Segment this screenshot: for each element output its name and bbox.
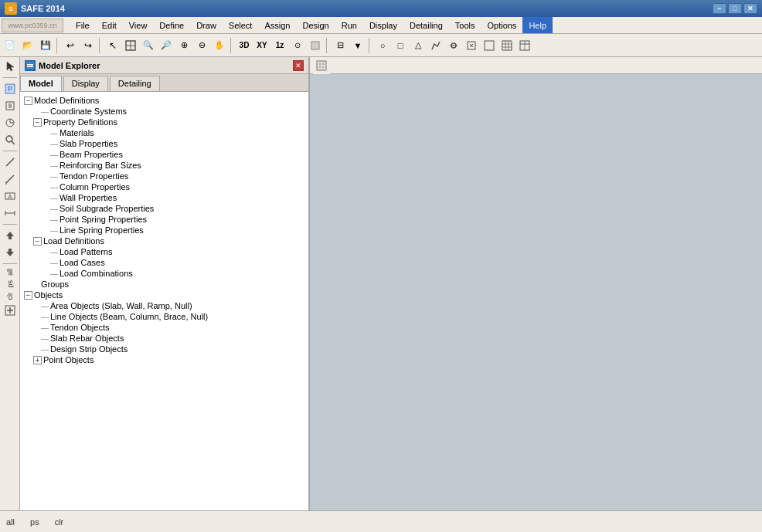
tree-item-area-objects[interactable]: —Area Objects (Slab, Wall, Ramp, Null) — [20, 300, 308, 311]
menu-item-view[interactable]: View — [123, 17, 154, 33]
lt-down[interactable] — [2, 245, 18, 260]
tb-new[interactable]: 📄 — [2, 37, 19, 54]
tb-zoom-out[interactable]: 🔎 — [158, 37, 175, 54]
menu-item-help[interactable]: Help — [522, 17, 553, 33]
maximize-button[interactable]: □ — [728, 3, 742, 14]
tb-polyline[interactable] — [427, 37, 444, 54]
tree-item-groups[interactable]: Groups — [20, 279, 308, 290]
tree-item-soil-subgrade[interactable]: —Soil Subgrade Properties — [20, 203, 308, 214]
tab-model[interactable]: Model — [20, 76, 62, 91]
tb-grid[interactable] — [498, 37, 515, 54]
lt-up[interactable] — [2, 228, 18, 243]
lt-label-ps: ps — [6, 279, 14, 290]
menu-item-select[interactable]: Select — [223, 17, 259, 33]
tb-table[interactable] — [516, 37, 533, 54]
tb-xz[interactable]: 1z — [271, 37, 288, 54]
tree-item-line-spring[interactable]: —Line Spring Properties — [20, 225, 308, 236]
tb-arrow[interactable] — [481, 37, 498, 54]
lt-ruler[interactable] — [2, 171, 18, 187]
lt-properties[interactable]: P — [2, 81, 18, 97]
menu-item-options[interactable]: Options — [481, 17, 522, 33]
tree-item-wall-props[interactable]: —Wall Properties — [20, 192, 308, 203]
tree-expander-objects[interactable]: − — [23, 290, 32, 300]
tree-expander-prop-defs[interactable]: − — [32, 117, 42, 127]
tree-expander-point-objects[interactable]: + — [32, 355, 42, 364]
tb-open[interactable]: 📂 — [19, 37, 36, 54]
menu-item-detailing[interactable]: Detailing — [403, 17, 449, 33]
tab-display[interactable]: Display — [63, 76, 108, 91]
tab-detailing[interactable]: Detailing — [110, 76, 160, 91]
menu-item-edit[interactable]: Edit — [96, 17, 123, 33]
tree-item-coord-sys[interactable]: —Coordinate Systems — [20, 106, 308, 117]
tb-refresh[interactable] — [307, 37, 324, 54]
lt-label[interactable]: A — [2, 188, 18, 204]
tree-label-objects: Objects — [34, 290, 63, 300]
lt-plus[interactable] — [2, 303, 18, 318]
tree-item-point-objects[interactable]: + Point Objects — [20, 354, 308, 365]
menu-item-run[interactable]: Run — [335, 17, 363, 33]
panel-close-button[interactable]: ✕ — [293, 60, 304, 71]
tb-rect-draw[interactable]: □ — [392, 37, 409, 54]
tb-triangle[interactable]: △ — [410, 37, 427, 54]
menu-item-display[interactable]: Display — [363, 17, 403, 33]
tb-move[interactable]: ⊟ — [332, 37, 349, 54]
tb-3d[interactable]: 3D — [236, 37, 253, 54]
tree-item-model-defs[interactable]: − Model Definitions — [20, 95, 308, 106]
lt-info[interactable] — [2, 98, 18, 114]
tb-zoom-prev[interactable]: ⊖ — [193, 37, 210, 54]
tree-item-column-props[interactable]: —Column Properties — [20, 181, 308, 192]
tree-label-groups: Groups — [41, 280, 69, 289]
tree-line-design-strip: — — [41, 345, 49, 354]
lt-measure[interactable] — [2, 115, 18, 130]
tb-node[interactable] — [445, 37, 462, 54]
tree-item-load-cases[interactable]: —Load Cases — [20, 257, 308, 268]
tree-item-tendon-objects[interactable]: —Tendon Objects — [20, 322, 308, 333]
menu-item-file[interactable]: File — [70, 17, 96, 33]
tree-item-point-spring[interactable]: —Point Spring Properties — [20, 214, 308, 225]
tree-expander-model-defs[interactable]: − — [23, 96, 32, 105]
menu-item-define[interactable]: Define — [153, 17, 190, 33]
tree-expander-load-defs[interactable]: − — [32, 236, 42, 246]
tb-save[interactable]: 💾 — [37, 37, 54, 54]
lt-dimension[interactable] — [2, 205, 18, 221]
menu-item-draw[interactable]: Draw — [190, 17, 223, 33]
tb-pan[interactable]: ✋ — [211, 37, 228, 54]
tb-select-pointer[interactable]: ↖ — [104, 37, 121, 54]
tb-dropdown[interactable]: ▼ — [349, 37, 366, 54]
tree-line-wall-props: — — [50, 194, 58, 202]
menu-item-assign[interactable]: Assign — [258, 17, 296, 33]
tb-xy[interactable]: XY — [253, 37, 270, 54]
tree-item-line-objects[interactable]: —Line Objects (Beam, Column, Brace, Null… — [20, 311, 308, 322]
tree-item-objects[interactable]: − Objects — [20, 290, 308, 300]
tb-persp[interactable]: ⊙ — [289, 37, 306, 54]
lt-zoom-window[interactable] — [2, 132, 18, 147]
tree-item-prop-defs[interactable]: − Property Definitions — [20, 117, 308, 127]
tree-item-rebar-sizes[interactable]: —Reinforcing Bar Sizes — [20, 160, 308, 171]
svg-marker-39 — [6, 249, 14, 256]
tree-item-load-defs[interactable]: − Load Definitions — [20, 236, 308, 246]
tree-item-slab-props[interactable]: —Slab Properties — [20, 138, 308, 149]
tb-zoom-in[interactable]: 🔍 — [140, 37, 157, 54]
tree-item-beam-props[interactable]: —Beam Properties — [20, 149, 308, 160]
close-button[interactable]: ✕ — [743, 3, 757, 14]
tb-view-box[interactable] — [122, 37, 139, 54]
rt-grid[interactable] — [313, 57, 330, 74]
tb-circle[interactable]: ○ — [374, 37, 391, 54]
minimize-button[interactable]: − — [713, 3, 726, 14]
tree-item-slab-rebar[interactable]: —Slab Rebar Objects — [20, 333, 308, 344]
tb-spring[interactable] — [463, 37, 480, 54]
tb-undo[interactable]: ↩ — [62, 37, 79, 54]
menu-item-tools[interactable]: Tools — [449, 17, 481, 33]
tb-redo[interactable]: ↪ — [80, 37, 97, 54]
menu-item-design[interactable]: Design — [296, 17, 335, 33]
tree-item-materials[interactable]: —Materials — [20, 127, 308, 138]
tb-zoom-rect[interactable]: ⊕ — [175, 37, 192, 54]
lt-select-pointer[interactable] — [2, 59, 18, 74]
tree-item-tendon-props[interactable]: —Tendon Properties — [20, 171, 308, 181]
tree-item-design-strip[interactable]: —Design Strip Objects — [20, 344, 308, 354]
tree-view[interactable]: − Model Definitions—Coordinate Systems −… — [20, 92, 308, 510]
tree-item-load-combos[interactable]: —Load Combinations — [20, 268, 308, 279]
lt-line[interactable] — [2, 154, 18, 170]
tree-item-load-patterns[interactable]: —Load Patterns — [20, 246, 308, 257]
tree-label-load-defs: Load Definitions — [43, 236, 104, 246]
